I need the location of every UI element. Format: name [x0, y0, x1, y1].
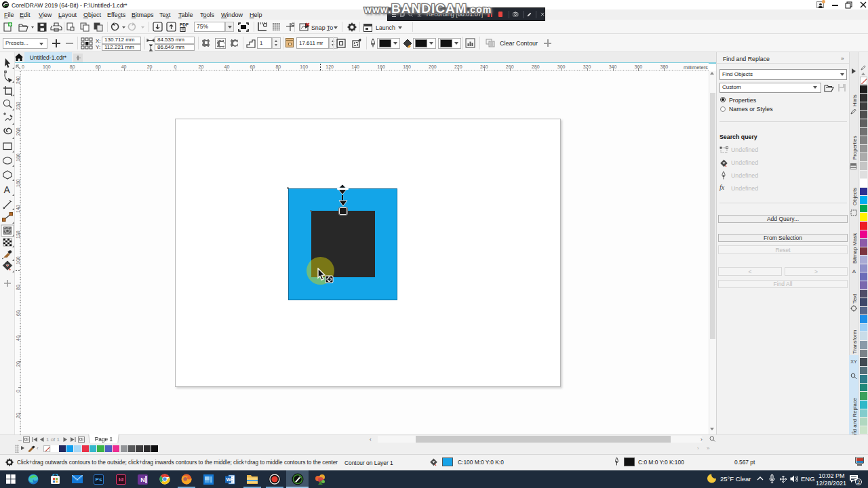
- svg-text:W: W: [226, 476, 231, 483]
- svg-text:PDF: PDF: [180, 22, 189, 27]
- svg-text:A: A: [4, 184, 11, 195]
